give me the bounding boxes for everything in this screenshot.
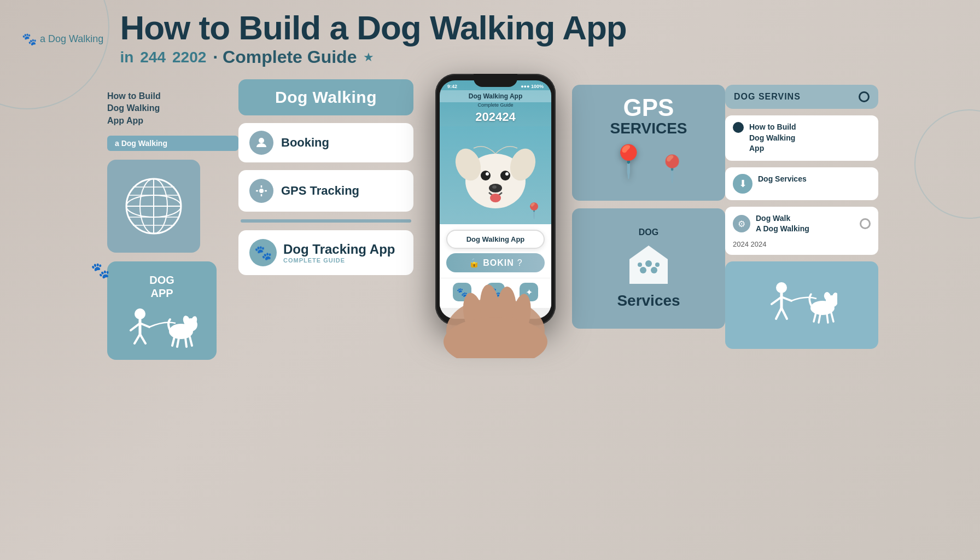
svg-line-12 [140,323,149,327]
paw-decoration: 🐾 [91,261,110,279]
hand-element [419,249,572,358]
dog-app-card: 🐾 DOG APP [107,261,217,360]
dog-walk-right-top: ⚙ Dog WalkA Dog Walking [733,213,871,235]
year1: 244 [140,49,166,66]
main-title: How to Build a Dog Walking App [120,11,626,45]
dog-house-svg [627,243,670,287]
svg-line-21 [185,338,186,347]
right-item-1-text: How to BuildDog WalkingApp [749,122,796,154]
svg-line-55 [776,308,781,319]
svg-line-54 [781,297,791,301]
svg-line-20 [177,338,179,347]
svg-point-50 [655,262,660,267]
dog-walk-right-card: ⚙ Dog WalkA Dog Walking 2024 2024 [725,207,878,255]
center-left-column: Dog Walking Booking [238,79,413,275]
gps-tracking-card: GPS Tracking [238,170,413,212]
gps-svg-icon [255,184,268,197]
dog-tracking-app-card: 🐾 Dog Tracking App COMPLETE GUIDE [238,230,413,275]
phone-year-display: 202424 [440,108,551,126]
svg-line-62 [819,314,820,323]
booking-icon [249,131,273,155]
phone-notch [474,74,517,87]
dog-services-big-card: DOG Services [572,208,725,329]
left-column: How to BuildDog WalkingApp App a Dog Wal… [102,79,238,360]
gps-title: GPS [583,96,714,120]
svg-point-51 [776,282,787,293]
svg-point-24 [259,189,264,193]
status-time: 9:42 [447,84,457,89]
phone-main-button[interactable]: Dog Walking App [446,230,545,249]
dog-walking-right-bottom-card [725,261,878,349]
gear-icon-small: ⚙ [733,215,750,232]
booking-feature-card: Booking [238,123,413,162]
booking-svg-icon [255,136,268,149]
svg-line-22 [190,337,192,346]
svg-point-47 [651,267,657,273]
left-text: How to BuildDog WalkingApp App [107,91,161,125]
gps-pin-2: 📍 [656,154,689,184]
svg-point-23 [259,138,264,143]
paw-icon: 🐾 [22,32,37,46]
logo-text: a Dog Walking [40,33,103,45]
subtitle-line: in 244 2202 · Complete Guide ★ [120,47,626,67]
status-right: ●●● 100% [521,84,544,89]
right-item-1: How to BuildDog WalkingApp [725,115,878,161]
svg-point-37 [492,185,497,189]
svg-point-49 [638,262,642,267]
subtitle-guide: · Complete Guide [213,47,357,67]
dog-tracking-title: Dog Tracking App [283,242,395,257]
dog-tracking-text-block: Dog Tracking App COMPLETE GUIDE [283,242,395,264]
phone-app-title: Dog Walking App [440,90,551,102]
services-label: Services [617,292,680,310]
dog-walking-header-card: Dog Walking [238,79,413,115]
paw-icon-big: 🐾 [249,239,277,266]
title-block: How to Build a Dog Walking App in 244 22… [120,11,626,67]
year-badge: 2024 2024 [733,240,871,248]
svg-line-11 [131,323,140,330]
gps-column: GPS SERVICES 📍 📍 DOG Services [572,79,725,329]
dog-leash-svg [126,304,197,348]
left-tag: a Dog Walking [107,136,238,151]
gps-tracking-label: GPS Tracking [281,184,359,198]
svg-point-35 [505,172,509,176]
header: 🐾 a Dog Walking How to Build a Dog Walki… [0,5,980,73]
svg-line-14 [140,334,145,343]
globe-card [107,160,200,253]
right-column: DOG SERVINS How to BuildDog WalkingApp ⬇… [725,79,878,349]
svg-point-38 [490,194,501,202]
svg-point-33 [500,171,510,180]
svg-line-56 [781,308,787,319]
phone-dog-image: 📍 [440,126,551,224]
dog-walking-header-text: Dog Walking [275,88,377,106]
dog-walk-right-text: Dog WalkA Dog Walking [756,213,809,235]
content-area: How to BuildDog WalkingApp App a Dog Wal… [0,79,980,560]
gps-icon [249,179,273,203]
radio-dot-2 [860,218,871,229]
dog-label: DOG [639,228,658,237]
dog-app-title: DOG APP [149,273,174,300]
center-phone-column: 9:42 ●●● 100% Dog Walking App Complete G… [419,74,572,325]
radio-dot-filled-1 [733,122,744,133]
right-item-2: ⬇ Dog Services [725,167,878,200]
dog-walk-right-svg [766,278,837,332]
logo-area: 🐾 a Dog Walking [22,32,103,46]
right-item-2-text: Dog Services [758,174,807,185]
subtitle-prefix: in [120,49,133,66]
globe-svg [121,173,186,239]
radio-dot-empty [859,91,870,102]
svg-line-61 [814,313,816,322]
svg-point-32 [481,171,491,180]
servins-title: DOG SERVINS [734,92,801,102]
download-icon: ⬇ [733,174,752,194]
svg-point-9 [135,308,145,319]
divider-bar [241,219,411,223]
svg-line-53 [772,297,781,304]
svg-line-19 [172,337,174,346]
svg-point-34 [486,172,489,176]
gps-services-text: SERVICES [583,120,714,137]
booking-label: Booking [281,136,329,150]
dog-tracking-sub: COMPLETE GUIDE [283,257,395,264]
svg-point-46 [640,267,646,273]
phone-wrapper: 9:42 ●●● 100% Dog Walking App Complete G… [435,74,556,325]
gps-pins-area: 📍 📍 [583,137,714,190]
